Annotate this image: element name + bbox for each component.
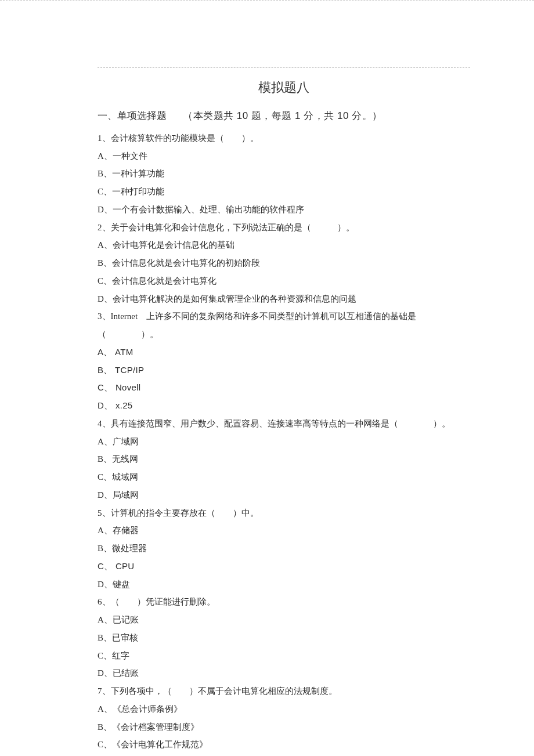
option-a: A、 ATM bbox=[98, 343, 470, 361]
question-1: 1、会计核算软件的功能模块是（ ）。 A、一种文件 B、一种计算功能 C、一种打… bbox=[98, 129, 470, 219]
option-b: B、《会计档案管理制度》 bbox=[98, 718, 470, 736]
question-stem: 7、下列各项中，（ ）不属于会计电算化相应的法规制度。 bbox=[98, 682, 470, 700]
question-3: 3、Internet 上许多不同的复杂网络和许多不同类型的计算机可以互相通信的基… bbox=[98, 308, 470, 415]
question-stem: 1、会计核算软件的功能模块是（ ）。 bbox=[98, 129, 470, 147]
option-c: C、《会计电算化工作规范》 bbox=[98, 736, 470, 754]
question-stem: 6、（ ）凭证能进行删除。 bbox=[98, 593, 470, 611]
question-stem: 3、Internet 上许多不同的复杂网络和许多不同类型的计算机可以互相通信的基… bbox=[98, 308, 470, 343]
option-a: A、已记账 bbox=[98, 611, 470, 629]
option-d: D、局域网 bbox=[98, 486, 470, 504]
option-c: C、城域网 bbox=[98, 468, 470, 486]
option-c: C、会计信息化就是会计电算化 bbox=[98, 272, 470, 290]
section-name: 一、单项选择题 bbox=[98, 110, 167, 121]
option-a: A、《总会计师条例》 bbox=[98, 700, 470, 718]
question-4: 4、具有连接范围窄、用户数少、配置容易、连接速率高等特点的一种网络是（ ）。 A… bbox=[98, 415, 470, 504]
question-stem: 4、具有连接范围窄、用户数少、配置容易、连接速率高等特点的一种网络是（ ）。 bbox=[98, 415, 470, 433]
option-d: D、会计电算化解决的是如何集成管理企业的各种资源和信息的问题 bbox=[98, 290, 470, 308]
option-d: D、已结账 bbox=[98, 664, 470, 682]
option-c: C、 CPU bbox=[98, 558, 470, 576]
section-heading: 一、单项选择题（本类题共 10 题，每题 1 分，共 10 分。） bbox=[98, 106, 470, 126]
option-c: C、红字 bbox=[98, 647, 470, 665]
document-title: 模拟题八 bbox=[98, 74, 470, 100]
option-a: A、存储器 bbox=[98, 522, 470, 540]
option-a: A、会计电算化是会计信息化的基础 bbox=[98, 236, 470, 254]
option-a: A、广域网 bbox=[98, 433, 470, 451]
option-b: B、一种计算功能 bbox=[98, 165, 470, 183]
option-b: B、 TCP/IP bbox=[98, 361, 470, 379]
option-b: B、无线网 bbox=[98, 450, 470, 468]
option-d: D、《会计基础工作规范》 bbox=[98, 754, 470, 756]
option-c: C、一种打印功能 bbox=[98, 183, 470, 201]
section-info: （本类题共 10 题，每题 1 分，共 10 分。） bbox=[183, 110, 383, 121]
option-b: B、会计信息化就是会计电算化的初始阶段 bbox=[98, 254, 470, 272]
question-stem: 5、计算机的指令主要存放在（ ）中。 bbox=[98, 504, 470, 522]
option-a: A、一种文件 bbox=[98, 147, 470, 165]
option-b: B、已审核 bbox=[98, 629, 470, 647]
question-6: 6、（ ）凭证能进行删除。 A、已记账 B、已审核 C、红字 D、已结账 bbox=[98, 593, 470, 682]
option-d: D、一个有会计数据输入、处理、输出功能的软件程序 bbox=[98, 201, 470, 219]
question-5: 5、计算机的指令主要存放在（ ）中。 A、存储器 B、微处理器 C、 CPU D… bbox=[98, 504, 470, 594]
option-d: D、键盘 bbox=[98, 576, 470, 594]
question-stem: 2、关于会计电算化和会计信息化，下列说法正确的是（ ）。 bbox=[98, 219, 470, 237]
question-7: 7、下列各项中，（ ）不属于会计电算化相应的法规制度。 A、《总会计师条例》 B… bbox=[98, 682, 470, 756]
document-page: 模拟题八 一、单项选择题（本类题共 10 题，每题 1 分，共 10 分。） 1… bbox=[0, 0, 534, 756]
question-2: 2、关于会计电算化和会计信息化，下列说法正确的是（ ）。 A、会计电算化是会计信… bbox=[98, 219, 470, 308]
option-d: D、 x.25 bbox=[98, 397, 470, 415]
option-c: C、 Novell bbox=[98, 379, 470, 397]
option-b: B、微处理器 bbox=[98, 540, 470, 558]
